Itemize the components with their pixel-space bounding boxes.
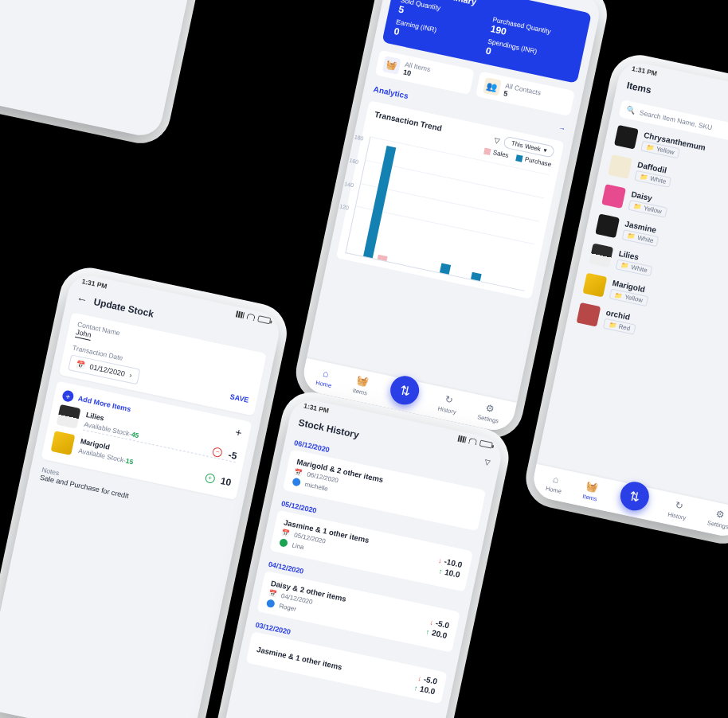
- battery-icon: [257, 315, 271, 324]
- wifi-icon: [468, 438, 477, 446]
- nav-items[interactable]: 🧺Items: [352, 373, 370, 396]
- analytics-label: Analytics: [373, 84, 409, 100]
- bar-purchase: [471, 272, 482, 281]
- hist-user: michelle: [304, 481, 329, 493]
- filter-icon[interactable]: ▽: [493, 135, 500, 144]
- hist-val: 20.0: [431, 628, 448, 640]
- avatar-icon: [266, 599, 276, 608]
- qty: -5: [228, 449, 238, 462]
- arrow-up-icon: ↑: [413, 684, 418, 693]
- arrow-down-icon: ↓: [437, 556, 442, 565]
- calendar-icon: 📅: [76, 360, 86, 369]
- gear-icon: ⚙: [713, 507, 728, 522]
- item-thumb: [51, 431, 76, 455]
- basket-icon: 🧺: [585, 479, 600, 494]
- history-icon: ↻: [441, 392, 456, 408]
- signal-icon: [236, 310, 245, 318]
- hist-user: Roger: [279, 602, 297, 612]
- wifi-icon: [246, 313, 255, 321]
- arrow-down-icon: ↓: [417, 674, 422, 683]
- hist-user: Lina: [292, 541, 305, 551]
- nav-items[interactable]: 🧺Items: [582, 479, 601, 502]
- qty: 10: [220, 475, 233, 488]
- contacts-icon: 👥: [483, 77, 502, 96]
- nav-home[interactable]: ⌂Home: [545, 471, 565, 495]
- ytick: 180: [354, 134, 364, 141]
- fab-transfer[interactable]: ⇅: [617, 479, 652, 513]
- arrow-up-icon: ↑: [425, 628, 430, 637]
- gear-icon: ⚙: [483, 401, 498, 416]
- calendar-icon: 📅: [268, 590, 278, 599]
- nav-home[interactable]: ⌂Home: [315, 365, 335, 389]
- home-icon: ⌂: [319, 366, 334, 381]
- legend-swatch-purchase: [515, 154, 523, 162]
- minus-icon[interactable]: −: [212, 447, 223, 458]
- basket-icon: 🧺: [382, 56, 401, 75]
- ytick: 140: [344, 181, 354, 188]
- legend-sales: Sales: [492, 149, 509, 159]
- hist-val: 10.0: [419, 685, 436, 697]
- arrow-down-icon: ↓: [429, 618, 434, 626]
- arrow-right-icon[interactable]: →: [558, 123, 566, 134]
- calendar-icon: 📅: [281, 529, 291, 537]
- ytick: 160: [349, 157, 359, 164]
- plus-icon: +: [61, 389, 75, 403]
- nav-settings[interactable]: ⚙Settings: [706, 505, 728, 530]
- hist-val: -5.0: [435, 618, 450, 630]
- page-title: Items: [626, 80, 653, 96]
- hist-title: Jasmine & 1 other items: [256, 645, 342, 671]
- bar-purchase: [440, 263, 451, 275]
- bottom-nav: ⌂Home 🧺Items ⇅ ↻History ⚙Settings: [530, 464, 728, 540]
- home-icon: ⌂: [548, 472, 563, 487]
- save-button[interactable]: SAVE: [229, 392, 249, 404]
- calendar-icon: 📅: [294, 468, 303, 477]
- chevron-right-icon: ›: [129, 371, 133, 379]
- avail: 45: [131, 430, 139, 439]
- nav-history[interactable]: ↻History: [667, 498, 689, 521]
- hist-val: 10.0: [444, 568, 460, 579]
- item-thumb: [57, 404, 81, 429]
- history-icon: ↻: [671, 498, 687, 513]
- avatar-icon: [279, 538, 288, 548]
- legend-purchase: Purchase: [524, 155, 552, 168]
- avail: 15: [125, 457, 134, 466]
- plus-icon[interactable]: +: [204, 473, 215, 484]
- avatar-icon: [292, 478, 301, 487]
- filter-icon[interactable]: ▽: [484, 458, 491, 466]
- bar-sales: [378, 255, 388, 261]
- legend-swatch-sales: [483, 148, 491, 155]
- nav-history[interactable]: ↻History: [437, 392, 460, 416]
- back-icon[interactable]: ←: [76, 292, 89, 306]
- battery-icon: [479, 440, 493, 449]
- nav-settings[interactable]: ⚙Settings: [476, 400, 502, 425]
- arrow-up-icon: ↑: [438, 567, 443, 576]
- hist-val: -5.0: [423, 674, 438, 685]
- ytick: 120: [339, 204, 350, 211]
- date-value: 01/12/2020: [89, 363, 126, 378]
- fab-transfer[interactable]: ⇅: [388, 373, 422, 408]
- signal-icon: [457, 435, 466, 443]
- plus-icon[interactable]: +: [234, 425, 243, 439]
- basket-icon: 🧺: [354, 374, 370, 389]
- search-icon: 🔍: [626, 106, 636, 115]
